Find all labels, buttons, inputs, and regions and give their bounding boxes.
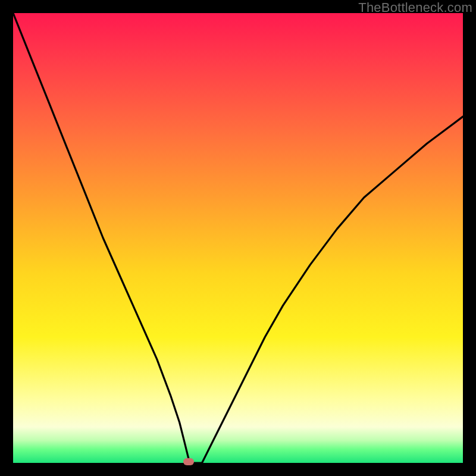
watermark-text: TheBottleneck.com <box>358 0 472 15</box>
chart-plot-area <box>13 13 463 463</box>
minimum-marker <box>183 458 194 465</box>
curve-path <box>13 13 463 463</box>
bottleneck-curve <box>13 13 463 463</box>
